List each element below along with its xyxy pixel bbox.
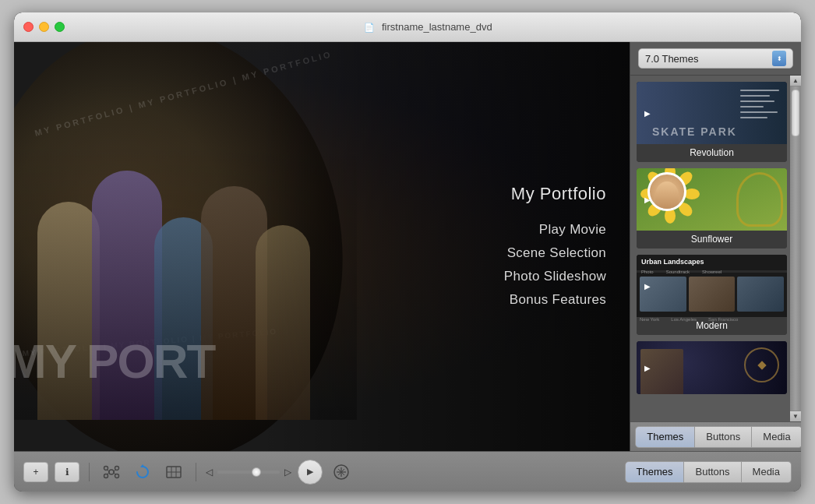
- fullscreen-icon: [333, 463, 350, 481]
- theme-play-icon: ▶: [641, 107, 654, 119]
- menu-item-scene[interactable]: Scene Selection: [507, 243, 606, 263]
- transport-controls: ◁ ▷: [206, 467, 291, 478]
- volume-thumb: [252, 467, 261, 477]
- titlebar: 📄 firstname_lastname_dvd: [14, 12, 801, 42]
- maximize-button[interactable]: [55, 22, 65, 32]
- svg-point-0: [109, 470, 114, 474]
- theme-name-sunflower: Sunflower: [637, 231, 787, 248]
- rev-text-block: [740, 90, 779, 118]
- traffic-lights: [23, 22, 65, 32]
- theme-dropdown[interactable]: 7.0 Themes ⬍: [638, 48, 793, 69]
- theme-card-modern[interactable]: ▶ Urban Landscapes Photo Soundtrack Show…: [637, 255, 787, 335]
- portfolio-title: My Portfolio: [511, 184, 606, 204]
- sidebar-tab-bar: Themes Buttons Media: [630, 421, 801, 451]
- bottom-tab-themes[interactable]: Themes: [625, 461, 685, 483]
- main-window: 📄 firstname_lastname_dvd MY PORTFOLIO | …: [14, 12, 801, 492]
- scrollbar-down-button[interactable]: ▼: [790, 411, 801, 421]
- themes-list: ▶ SKATE PARK: [630, 76, 801, 421]
- theme-preview-modern: ▶ Urban Landscapes Photo Soundtrack Show…: [637, 255, 787, 317]
- svg-marker-9: [140, 464, 145, 467]
- sidebar-tab-group: Themes Buttons Media: [635, 426, 801, 448]
- main-content: MY PORTFOLIO | MY PORTFOLIO | MY PORTFOL…: [14, 42, 801, 451]
- theme-name-revolution: Revolution: [637, 144, 787, 162]
- divider-2: [196, 463, 196, 481]
- mod-label-1: New York: [640, 317, 659, 322]
- sidebar: 7.0 Themes ⬍ ▶: [630, 42, 801, 451]
- theme-card-fourth[interactable]: ▶: [637, 341, 787, 394]
- menu-item-play[interactable]: Play Movie: [539, 220, 606, 240]
- add-button[interactable]: +: [23, 462, 48, 482]
- fourth-compass-inner: [757, 361, 766, 369]
- network-icon: [103, 463, 120, 481]
- volume-high-icon: ▷: [284, 467, 291, 478]
- menu-item-bonus[interactable]: Bonus Features: [510, 290, 606, 310]
- volume-low-icon: ◁: [206, 467, 213, 478]
- modern-preview-content: Urban Landscapes Photo Soundtrack Showre…: [637, 255, 787, 317]
- divider-1: [89, 463, 90, 481]
- close-button[interactable]: [23, 22, 34, 32]
- scrollbar-track: ▲ ▼: [790, 76, 801, 421]
- scrollbar-thumb[interactable]: [792, 90, 799, 136]
- mod-photo-2: [689, 277, 736, 312]
- dropdown-arrow-icon: ⬍: [772, 51, 786, 66]
- tab-buttons[interactable]: Buttons: [695, 426, 752, 448]
- network-icon-button[interactable]: [99, 460, 124, 485]
- volume-slider[interactable]: [217, 471, 280, 474]
- theme-play-icon-3: ▶: [641, 280, 654, 292]
- mod-city-labels: New York Los Angeles San Francisco: [637, 315, 787, 323]
- theme-preview-sunflower: ▶: [637, 168, 787, 231]
- svg-point-1: [104, 466, 108, 470]
- minimize-button[interactable]: [39, 22, 49, 32]
- rev-skate-text: SKATE PARK: [652, 125, 737, 138]
- menu-overlay: My Portfolio Play Movie Scene Selection …: [443, 42, 630, 451]
- mod-label-3: San Francisco: [708, 317, 738, 322]
- mod-photo-3: [737, 277, 784, 312]
- menu-item-photo[interactable]: Photo Slideshow: [504, 266, 606, 287]
- theme-preview-fourth: ▶: [637, 341, 787, 394]
- map-icon: [165, 463, 182, 481]
- dropdown-label: 7.0 Themes: [645, 53, 698, 65]
- refresh-icon: [134, 463, 151, 481]
- bottom-toolbar: + ℹ: [14, 451, 801, 492]
- fourth-compass: [744, 347, 779, 382]
- tab-themes[interactable]: Themes: [635, 426, 695, 448]
- title-icon: 📄: [364, 23, 375, 32]
- sunflower-preview-content: [637, 168, 787, 231]
- scrollbar-up-button[interactable]: ▲: [790, 76, 801, 86]
- fullscreen-button[interactable]: [329, 460, 354, 485]
- window-title: 📄 firstname_lastname_dvd: [65, 21, 792, 33]
- bottom-tab-group: Themes Buttons Media: [625, 461, 792, 483]
- play-button[interactable]: ▶: [298, 460, 323, 485]
- theme-preview-revolution: ▶ SKATE PARK: [637, 82, 787, 144]
- svg-point-2: [115, 466, 119, 470]
- mod-nav: Urban Landscapes: [637, 255, 787, 269]
- revolution-preview-content: SKATE PARK: [637, 82, 787, 144]
- bottom-tab-media[interactable]: Media: [742, 461, 792, 483]
- refresh-icon-button[interactable]: [130, 460, 155, 485]
- svg-point-3: [104, 474, 108, 478]
- info-button[interactable]: ℹ: [55, 462, 79, 482]
- menu-items-list: Play Movie Scene Selection Photo Slidesh…: [504, 220, 606, 310]
- sidebar-header: 7.0 Themes ⬍: [630, 42, 801, 76]
- sun-spiral: [736, 172, 783, 227]
- preview-area: MY PORTFOLIO | MY PORTFOLIO | MY PORTFOL…: [14, 42, 630, 451]
- theme-play-icon-4: ▶: [641, 361, 654, 374]
- bottom-tab-buttons[interactable]: Buttons: [684, 461, 741, 483]
- mod-label-2: Los Angeles: [671, 317, 697, 322]
- tab-media[interactable]: Media: [752, 426, 801, 448]
- theme-card-revolution[interactable]: ▶ SKATE PARK: [637, 82, 787, 162]
- svg-point-4: [115, 474, 119, 478]
- mod-photos: [640, 277, 784, 312]
- mod-nav-items: Photo Soundtrack Showreel: [637, 270, 787, 273]
- fourth-preview-content: [637, 341, 787, 394]
- theme-card-sunflower[interactable]: ▶: [637, 168, 787, 248]
- map-icon-button[interactable]: [161, 460, 186, 485]
- theme-play-icon-2: ▶: [641, 193, 654, 206]
